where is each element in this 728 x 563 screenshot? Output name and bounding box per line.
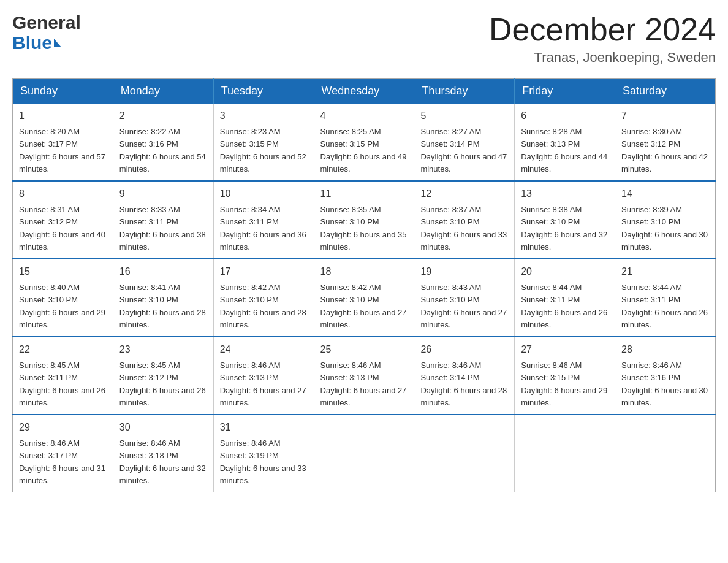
calendar-day-cell: 24 Sunrise: 8:46 AMSunset: 3:13 PMDaylig… bbox=[213, 337, 314, 415]
day-info: Sunrise: 8:30 AMSunset: 3:12 PMDaylight:… bbox=[621, 127, 708, 174]
day-number: 29 bbox=[19, 420, 107, 435]
day-info: Sunrise: 8:22 AMSunset: 3:16 PMDaylight:… bbox=[119, 127, 206, 174]
day-number: 15 bbox=[19, 264, 107, 279]
calendar-day-cell: 14 Sunrise: 8:39 AMSunset: 3:10 PMDaylig… bbox=[615, 181, 716, 259]
day-number: 3 bbox=[220, 109, 308, 123]
day-info: Sunrise: 8:34 AMSunset: 3:11 PMDaylight:… bbox=[220, 205, 306, 251]
day-number: 9 bbox=[119, 186, 207, 201]
day-number: 8 bbox=[19, 186, 107, 201]
day-info: Sunrise: 8:43 AMSunset: 3:10 PMDaylight:… bbox=[420, 283, 507, 329]
day-info: Sunrise: 8:46 AMSunset: 3:17 PMDaylight:… bbox=[19, 439, 105, 485]
day-number: 23 bbox=[119, 342, 207, 357]
day-info: Sunrise: 8:39 AMSunset: 3:10 PMDaylight:… bbox=[621, 205, 708, 251]
calendar-week-row: 22 Sunrise: 8:45 AMSunset: 3:11 PMDaylig… bbox=[13, 337, 716, 415]
calendar-week-row: 29 Sunrise: 8:46 AMSunset: 3:17 PMDaylig… bbox=[13, 415, 716, 492]
day-number: 12 bbox=[420, 186, 508, 201]
calendar-day-cell: 21 Sunrise: 8:44 AMSunset: 3:11 PMDaylig… bbox=[615, 259, 716, 337]
day-number: 19 bbox=[420, 264, 508, 279]
day-number: 16 bbox=[119, 264, 207, 279]
day-info: Sunrise: 8:44 AMSunset: 3:11 PMDaylight:… bbox=[521, 283, 607, 329]
calendar-day-cell: 25 Sunrise: 8:46 AMSunset: 3:13 PMDaylig… bbox=[314, 337, 414, 415]
day-info: Sunrise: 8:31 AMSunset: 3:12 PMDaylight:… bbox=[19, 205, 105, 251]
day-number: 27 bbox=[521, 342, 609, 357]
day-info: Sunrise: 8:23 AMSunset: 3:15 PMDaylight:… bbox=[220, 127, 306, 174]
calendar-day-cell: 22 Sunrise: 8:45 AMSunset: 3:11 PMDaylig… bbox=[13, 337, 113, 415]
calendar-day-cell: 17 Sunrise: 8:42 AMSunset: 3:10 PMDaylig… bbox=[213, 259, 314, 337]
weekday-header-sunday: Sunday bbox=[13, 79, 113, 104]
calendar-day-cell: 12 Sunrise: 8:37 AMSunset: 3:10 PMDaylig… bbox=[414, 181, 515, 259]
calendar-day-cell: 2 Sunrise: 8:22 AMSunset: 3:16 PMDayligh… bbox=[113, 104, 213, 181]
day-number: 22 bbox=[19, 342, 107, 357]
logo-chevron-icon bbox=[54, 39, 61, 47]
day-info: Sunrise: 8:40 AMSunset: 3:10 PMDaylight:… bbox=[19, 283, 105, 329]
calendar-day-cell bbox=[615, 415, 716, 492]
calendar-day-cell: 30 Sunrise: 8:46 AMSunset: 3:18 PMDaylig… bbox=[113, 415, 213, 492]
day-info: Sunrise: 8:20 AMSunset: 3:17 PMDaylight:… bbox=[19, 127, 105, 174]
day-number: 5 bbox=[420, 109, 508, 123]
calendar-week-row: 8 Sunrise: 8:31 AMSunset: 3:12 PMDayligh… bbox=[13, 181, 716, 259]
calendar-day-cell: 20 Sunrise: 8:44 AMSunset: 3:11 PMDaylig… bbox=[515, 259, 615, 337]
location-subtitle: Tranas, Joenkoeping, Sweden bbox=[489, 50, 716, 66]
day-number: 25 bbox=[320, 342, 408, 357]
day-number: 14 bbox=[621, 186, 709, 201]
day-info: Sunrise: 8:42 AMSunset: 3:10 PMDaylight:… bbox=[320, 283, 407, 329]
day-number: 24 bbox=[220, 342, 308, 357]
calendar-day-cell: 29 Sunrise: 8:46 AMSunset: 3:17 PMDaylig… bbox=[13, 415, 113, 492]
weekday-header-monday: Monday bbox=[113, 79, 213, 104]
day-number: 4 bbox=[320, 109, 408, 123]
month-title: December 2024 bbox=[489, 12, 716, 47]
day-number: 28 bbox=[621, 342, 709, 357]
day-number: 6 bbox=[521, 109, 609, 123]
day-info: Sunrise: 8:45 AMSunset: 3:11 PMDaylight:… bbox=[19, 361, 105, 407]
calendar-day-cell: 15 Sunrise: 8:40 AMSunset: 3:10 PMDaylig… bbox=[13, 259, 113, 337]
title-section: December 2024 Tranas, Joenkoeping, Swede… bbox=[489, 12, 716, 66]
calendar-day-cell: 5 Sunrise: 8:27 AMSunset: 3:14 PMDayligh… bbox=[414, 104, 515, 181]
calendar-day-cell: 10 Sunrise: 8:34 AMSunset: 3:11 PMDaylig… bbox=[213, 181, 314, 259]
day-info: Sunrise: 8:46 AMSunset: 3:15 PMDaylight:… bbox=[521, 361, 607, 407]
weekday-header-saturday: Saturday bbox=[615, 79, 716, 104]
day-number: 13 bbox=[521, 186, 609, 201]
day-number: 18 bbox=[320, 264, 408, 279]
weekday-header-thursday: Thursday bbox=[414, 79, 515, 104]
weekday-header-wednesday: Wednesday bbox=[314, 79, 414, 104]
day-number: 2 bbox=[119, 109, 207, 123]
day-number: 10 bbox=[220, 186, 308, 201]
calendar-day-cell: 8 Sunrise: 8:31 AMSunset: 3:12 PMDayligh… bbox=[13, 181, 113, 259]
day-info: Sunrise: 8:41 AMSunset: 3:10 PMDaylight:… bbox=[119, 283, 206, 329]
calendar-day-cell bbox=[414, 415, 515, 492]
calendar-day-cell: 1 Sunrise: 8:20 AMSunset: 3:17 PMDayligh… bbox=[13, 104, 113, 181]
calendar-table: SundayMondayTuesdayWednesdayThursdayFrid… bbox=[12, 78, 716, 492]
calendar-day-cell: 6 Sunrise: 8:28 AMSunset: 3:13 PMDayligh… bbox=[515, 104, 615, 181]
calendar-day-cell: 23 Sunrise: 8:45 AMSunset: 3:12 PMDaylig… bbox=[113, 337, 213, 415]
day-number: 26 bbox=[420, 342, 508, 357]
day-number: 21 bbox=[621, 264, 709, 279]
calendar-day-cell: 9 Sunrise: 8:33 AMSunset: 3:11 PMDayligh… bbox=[113, 181, 213, 259]
calendar-day-cell: 4 Sunrise: 8:25 AMSunset: 3:15 PMDayligh… bbox=[314, 104, 414, 181]
day-info: Sunrise: 8:27 AMSunset: 3:14 PMDaylight:… bbox=[420, 127, 507, 174]
calendar-day-cell: 19 Sunrise: 8:43 AMSunset: 3:10 PMDaylig… bbox=[414, 259, 515, 337]
calendar-day-cell: 31 Sunrise: 8:46 AMSunset: 3:19 PMDaylig… bbox=[213, 415, 314, 492]
calendar-day-cell: 16 Sunrise: 8:41 AMSunset: 3:10 PMDaylig… bbox=[113, 259, 213, 337]
calendar-day-cell: 7 Sunrise: 8:30 AMSunset: 3:12 PMDayligh… bbox=[615, 104, 716, 181]
day-info: Sunrise: 8:46 AMSunset: 3:16 PMDaylight:… bbox=[621, 361, 708, 407]
calendar-header: SundayMondayTuesdayWednesdayThursdayFrid… bbox=[13, 79, 716, 104]
day-info: Sunrise: 8:46 AMSunset: 3:18 PMDaylight:… bbox=[119, 439, 206, 485]
day-number: 31 bbox=[220, 420, 308, 435]
day-info: Sunrise: 8:33 AMSunset: 3:11 PMDaylight:… bbox=[119, 205, 206, 251]
calendar-day-cell: 13 Sunrise: 8:38 AMSunset: 3:10 PMDaylig… bbox=[515, 181, 615, 259]
calendar-day-cell bbox=[515, 415, 615, 492]
page-header: General Blue December 2024 Tranas, Joenk… bbox=[12, 12, 716, 66]
day-info: Sunrise: 8:46 AMSunset: 3:19 PMDaylight:… bbox=[220, 439, 306, 485]
calendar-day-cell: 18 Sunrise: 8:42 AMSunset: 3:10 PMDaylig… bbox=[314, 259, 414, 337]
calendar-day-cell: 11 Sunrise: 8:35 AMSunset: 3:10 PMDaylig… bbox=[314, 181, 414, 259]
calendar-day-cell: 26 Sunrise: 8:46 AMSunset: 3:14 PMDaylig… bbox=[414, 337, 515, 415]
calendar-week-row: 15 Sunrise: 8:40 AMSunset: 3:10 PMDaylig… bbox=[13, 259, 716, 337]
day-number: 17 bbox=[220, 264, 308, 279]
weekday-header-friday: Friday bbox=[515, 79, 615, 104]
weekday-header-tuesday: Tuesday bbox=[213, 79, 314, 104]
day-info: Sunrise: 8:25 AMSunset: 3:15 PMDaylight:… bbox=[320, 127, 407, 174]
logo: General Blue bbox=[12, 12, 81, 53]
day-info: Sunrise: 8:42 AMSunset: 3:10 PMDaylight:… bbox=[220, 283, 306, 329]
day-number: 20 bbox=[521, 264, 609, 279]
day-info: Sunrise: 8:35 AMSunset: 3:10 PMDaylight:… bbox=[320, 205, 407, 251]
